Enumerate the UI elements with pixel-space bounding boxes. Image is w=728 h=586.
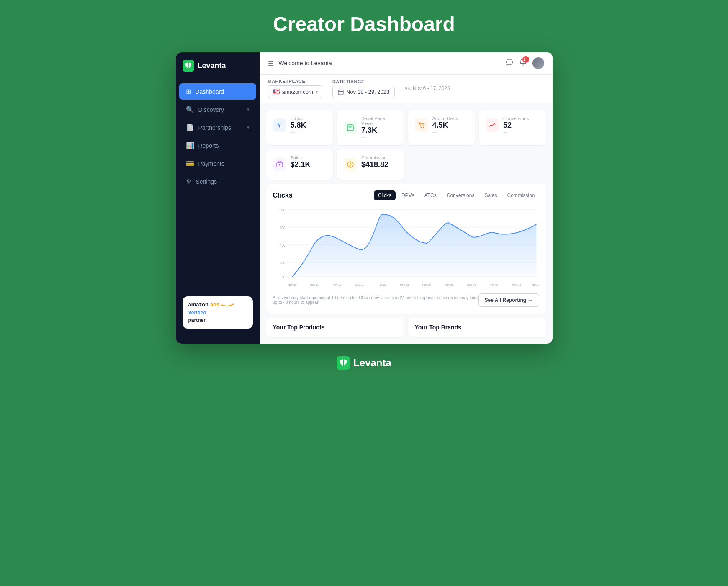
dpvs-icon-box: [344, 121, 357, 134]
sidebar: Levanta ⊞ Dashboard 🔍 Discovery ▾ 📄 Part…: [176, 52, 260, 344]
chart-section: Clicks Clicks DPVs ATCs Conversions Sale…: [266, 184, 546, 314]
chart-tab-conversions[interactable]: Conversions: [442, 190, 479, 200]
sales-value: $2.1K: [291, 160, 327, 169]
commission-label: Commission: [361, 155, 397, 160]
sidebar-item-partnerships[interactable]: 📄 Partnerships ▾: [179, 119, 256, 136]
conversions-value: 52: [503, 121, 539, 130]
chat-icon-button[interactable]: [506, 59, 513, 68]
cart-icon: [418, 121, 425, 129]
sidebar-item-partnerships-label: Partnerships: [198, 124, 232, 131]
chart-svg: 800 600 400 200 0 Nov 18 Nov 19 Nov 20 N…: [273, 206, 539, 289]
svg-text:Nov 19: Nov 19: [310, 283, 319, 287]
levanta-footer-logo-icon: [337, 356, 350, 370]
chart-header: Clicks Clicks DPVs ATCs Conversions Sale…: [273, 190, 539, 200]
marketplace-label: Marketplace: [268, 79, 322, 84]
sidebar-item-discovery[interactable]: 🔍 Discovery ▾: [179, 101, 256, 118]
stat-card-conversions: Conversions 52 —: [479, 110, 546, 145]
dpvs-label: Detail Page Views: [361, 116, 397, 126]
sidebar-item-reports[interactable]: 📊 Reports: [179, 137, 256, 154]
commission-value: $418.82: [361, 160, 397, 169]
chart-tab-sales[interactable]: Sales: [480, 190, 501, 200]
svg-text:Nov 21: Nov 21: [355, 283, 364, 287]
stats-section: Clicks 5.8K —: [260, 103, 553, 180]
marketplace-filter: Marketplace 🇺🇸 amazon.com ▾: [268, 79, 322, 98]
svg-text:0: 0: [283, 275, 286, 279]
chart-area: 800 600 400 200 0 Nov 18 Nov 19 Nov 20 N…: [273, 206, 539, 289]
sidebar-navigation: ⊞ Dashboard 🔍 Discovery ▾ 📄 Partnerships…: [176, 79, 260, 290]
clicks-icon: [276, 121, 283, 129]
sidebar-logo-text: Levanta: [198, 62, 226, 70]
svg-text:Nov 20: Nov 20: [332, 283, 341, 287]
commission-icon-box: [344, 158, 357, 171]
top-bar-right: 24: [506, 57, 544, 69]
levanta-footer-text: Levanta: [353, 357, 391, 369]
notification-badge: 24: [522, 56, 529, 63]
calendar-icon: [338, 89, 344, 95]
stat-card-sales: Sales $2.1K —: [266, 149, 333, 180]
clicks-stat-info: Clicks 5.8K —: [291, 116, 327, 134]
svg-point-9: [347, 162, 353, 167]
chart-tab-clicks[interactable]: Clicks: [374, 190, 396, 200]
svg-point-5: [420, 127, 421, 128]
sidebar-item-dashboard-label: Dashboard: [196, 88, 224, 95]
sidebar-item-payments[interactable]: 💳 Payments: [179, 155, 256, 172]
sales-label: Sales: [291, 155, 327, 160]
chart-footer: A link will only start reporting at 10 t…: [273, 293, 539, 307]
svg-text:Nov 23: Nov 23: [400, 283, 409, 287]
svg-text:Nov 29: Nov 29: [532, 283, 539, 287]
date-range-picker[interactable]: Nov 18 - 29, 2023: [332, 86, 395, 98]
svg-text:Nov 28: Nov 28: [512, 283, 521, 287]
us-flag-icon: 🇺🇸: [273, 88, 280, 95]
sidebar-item-discovery-label: Discovery: [198, 106, 224, 113]
chart-tab-dpvs[interactable]: DPVs: [397, 190, 419, 200]
see-all-reporting-button[interactable]: See All Reporting →: [478, 293, 539, 307]
payments-icon: 💳: [186, 159, 194, 167]
sidebar-item-dashboard[interactable]: ⊞ Dashboard: [179, 83, 256, 100]
vs-comparison-text: vs. Nov 6 - 17, 2023: [405, 85, 450, 91]
ads-text: ads: [210, 301, 219, 308]
discovery-icon: 🔍: [186, 105, 194, 113]
marketplace-value: amazon.com: [282, 89, 313, 95]
user-avatar[interactable]: [532, 57, 544, 69]
svg-text:800: 800: [280, 208, 285, 212]
dpvs-icon: [347, 124, 354, 131]
commission-subtext: —: [361, 169, 397, 174]
top-products-card: Your Top Products: [266, 318, 404, 337]
svg-text:Nov 27: Nov 27: [489, 283, 498, 287]
notifications-button[interactable]: 24: [519, 59, 527, 68]
marketplace-select[interactable]: 🇺🇸 amazon.com ▾: [268, 85, 322, 98]
clicks-icon-box: [273, 118, 286, 132]
marketplace-chevron-icon: ▾: [316, 90, 318, 94]
conversions-icon-box: [486, 118, 499, 132]
atcs-value: 4.5K: [432, 121, 468, 130]
commission-stat-info: Commission $418.82 —: [361, 155, 397, 174]
svg-text:400: 400: [280, 243, 285, 247]
menu-icon[interactable]: ☰: [268, 59, 274, 67]
chart-tabs: Clicks DPVs ATCs Conversions Sales Commi…: [374, 190, 539, 200]
conversions-label: Conversions: [503, 116, 539, 121]
conversions-icon: [489, 121, 496, 129]
svg-point-2: [280, 123, 282, 124]
stat-card-dpvs: Detail Page Views 7.3K —: [337, 110, 404, 145]
svg-text:600: 600: [280, 225, 285, 230]
sidebar-item-settings[interactable]: ⚙ Settings: [179, 173, 256, 190]
amazon-text: amazon: [188, 301, 208, 308]
stats-grid-bottom: Sales $2.1K —: [266, 149, 546, 180]
sidebar-logo[interactable]: Levanta: [176, 52, 260, 79]
svg-point-3: [277, 123, 278, 124]
sales-stat-info: Sales $2.1K —: [291, 155, 327, 174]
atcs-label: Add to Carts: [432, 116, 468, 121]
stat-card-clicks: Clicks 5.8K —: [266, 110, 333, 145]
verified-text: Verified: [188, 310, 206, 316]
svg-text:Nov 24: Nov 24: [422, 283, 431, 287]
amazon-swoosh-icon: [221, 303, 234, 307]
chart-tab-atcs[interactable]: ATCs: [420, 190, 441, 200]
date-range-filter: Date Range Nov 18 - 29, 2023: [332, 79, 395, 98]
top-bar-left: ☰ Welcome to Levanta: [268, 59, 332, 67]
bottom-section: Your Top Products Your Top Brands: [266, 318, 546, 337]
chart-tab-commission[interactable]: Commission: [503, 190, 539, 200]
sidebar-item-payments-label: Payments: [198, 160, 224, 167]
settings-icon: ⚙: [186, 177, 192, 185]
clicks-subtext: —: [291, 130, 327, 134]
svg-text:Nov 25: Nov 25: [445, 283, 453, 287]
